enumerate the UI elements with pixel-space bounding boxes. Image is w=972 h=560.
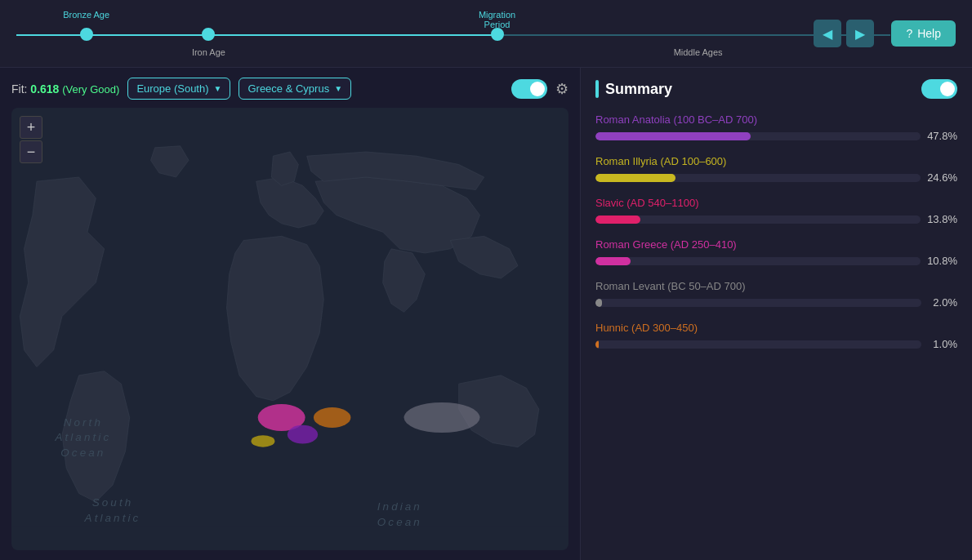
ancestry-bar-bg bbox=[595, 257, 921, 265]
ancestry-bar-bg bbox=[595, 340, 921, 349]
ancestry-bar-fill bbox=[595, 174, 675, 182]
ancestry-bar-row: 10.8% bbox=[595, 255, 957, 267]
right-panel: Summary Roman Anatolia (100 BC–AD 700)47… bbox=[580, 68, 972, 560]
roman-levant-blob bbox=[404, 402, 480, 433]
ancestry-label: Hunnic (AD 300–450) bbox=[595, 322, 957, 334]
ancestry-bar-bg bbox=[595, 174, 921, 182]
ancestry-item: Roman Anatolia (100 BC–AD 700)47.8% bbox=[595, 113, 957, 142]
ancestry-bar-row: 24.6% bbox=[595, 171, 957, 184]
population-dropdown[interactable]: Greece & Cyprus ▼ bbox=[239, 78, 351, 100]
iron-age-label: Iron Age bbox=[192, 47, 225, 57]
summary-toggle[interactable] bbox=[921, 79, 957, 99]
zoom-in-button[interactable]: + bbox=[20, 116, 42, 139]
ancestry-label: Roman Greece (AD 250–410) bbox=[595, 238, 957, 251]
ancestry-bar-row: 1.0% bbox=[595, 338, 957, 350]
ancestry-label: Roman Anatolia (100 BC–AD 700) bbox=[595, 113, 957, 126]
north-atlantic-label3: Ocean bbox=[60, 447, 105, 459]
fit-quality: (Very Good) bbox=[62, 83, 119, 96]
timeline-bar: Bronze Age Iron Age MigrationPeriod Midd… bbox=[0, 0, 972, 68]
world-map-svg: North Atlantic Ocean South Atlantic Indi… bbox=[11, 108, 568, 550]
ancestry-bar-fill bbox=[595, 257, 631, 265]
main-toggle[interactable] bbox=[511, 79, 547, 99]
ancestry-pct: 47.8% bbox=[927, 130, 957, 142]
timeline-track: Bronze Age Iron Age MigrationPeriod Midd… bbox=[16, 10, 890, 59]
ancestry-item: Hunnic (AD 300–450)1.0% bbox=[595, 322, 957, 350]
map-zoom-controls: + − bbox=[20, 116, 42, 163]
summary-header: Summary bbox=[595, 79, 957, 99]
ancestry-item: Roman Greece (AD 250–410)10.8% bbox=[595, 238, 957, 267]
fit-value: 0.618 bbox=[30, 82, 59, 96]
region-dropdown[interactable]: Europe (South) ▼ bbox=[127, 78, 230, 100]
ancestry-bar-row: 2.0% bbox=[595, 296, 957, 309]
ancestry-bar-fill bbox=[595, 340, 599, 349]
middle-ages-label: Middle Ages bbox=[674, 47, 723, 57]
roman-anatolia-blob bbox=[288, 425, 318, 444]
help-label: Help bbox=[917, 27, 941, 40]
ancestry-label: Roman Illyria (AD 100–600) bbox=[595, 155, 957, 167]
ancestry-item: Roman Illyria (AD 100–600)24.6% bbox=[595, 155, 957, 184]
ancestry-bar-bg bbox=[595, 216, 921, 224]
population-dropdown-label: Greece & Cyprus bbox=[247, 82, 329, 95]
map-container: + − bbox=[11, 108, 568, 550]
summary-title-bar bbox=[595, 80, 599, 98]
bronze-age-label: Bronze Age bbox=[63, 10, 109, 20]
help-button[interactable]: ? Help bbox=[891, 20, 956, 47]
south-atlantic-label: South bbox=[92, 496, 134, 509]
timeline-dot-bronze[interactable] bbox=[80, 28, 93, 41]
help-icon: ? bbox=[906, 27, 912, 40]
ancestry-bar-fill bbox=[595, 216, 640, 224]
migration-period-label: MigrationPeriod bbox=[479, 10, 515, 29]
ancestry-item: Slavic (AD 540–1100)13.8% bbox=[595, 197, 957, 225]
orange-blob bbox=[314, 407, 350, 428]
summary-title: Summary bbox=[595, 80, 672, 98]
ancestry-bar-fill bbox=[595, 299, 602, 307]
ancestry-bar-row: 47.8% bbox=[595, 130, 957, 142]
gear-icon[interactable]: ⚙ bbox=[555, 80, 568, 98]
fit-label: Fit: 0.618 (Very Good) bbox=[11, 82, 119, 96]
indian-ocean-label: Indian bbox=[377, 500, 422, 513]
left-panel: Fit: 0.618 (Very Good) Europe (South) ▼ … bbox=[0, 68, 580, 560]
roman-illyria-blob bbox=[251, 435, 274, 447]
timeline-dot-iron[interactable] bbox=[202, 28, 215, 41]
south-atlantic-label2: Atlantic bbox=[84, 512, 141, 524]
ancestry-item: Roman Levant (BC 50–AD 700)2.0% bbox=[595, 280, 957, 309]
next-button[interactable]: ▶ bbox=[846, 20, 874, 47]
controls-row: Fit: 0.618 (Very Good) Europe (South) ▼ … bbox=[11, 78, 568, 100]
north-atlantic-label2: Atlantic bbox=[54, 431, 111, 443]
timeline-dot-migration[interactable] bbox=[491, 28, 504, 41]
ancestry-bar-fill bbox=[595, 132, 751, 140]
ancestry-list: Roman Anatolia (100 BC–AD 700)47.8%Roman… bbox=[595, 113, 957, 363]
main-content: Fit: 0.618 (Very Good) Europe (South) ▼ … bbox=[0, 68, 972, 560]
ancestry-pct: 2.0% bbox=[928, 296, 957, 309]
ancestry-bar-bg bbox=[595, 132, 921, 140]
ancestry-label: Slavic (AD 540–1100) bbox=[595, 197, 957, 209]
ancestry-pct: 1.0% bbox=[928, 338, 957, 350]
nav-buttons: ◀ ▶ bbox=[814, 20, 874, 47]
ancestry-bar-row: 13.8% bbox=[595, 213, 957, 225]
region-dropdown-label: Europe (South) bbox=[136, 82, 208, 95]
population-dropdown-chevron: ▼ bbox=[334, 84, 342, 93]
prev-button[interactable]: ◀ bbox=[814, 20, 841, 47]
north-atlantic-label: North bbox=[64, 416, 103, 429]
ancestry-bar-bg bbox=[595, 299, 921, 307]
ancestry-pct: 10.8% bbox=[927, 255, 957, 267]
zoom-out-button[interactable]: − bbox=[20, 140, 42, 163]
ancestry-pct: 13.8% bbox=[927, 213, 957, 225]
ancestry-label: Roman Levant (BC 50–AD 700) bbox=[595, 280, 957, 292]
indian-ocean-label2: Ocean bbox=[377, 516, 422, 528]
ancestry-pct: 24.6% bbox=[927, 171, 957, 184]
region-dropdown-chevron: ▼ bbox=[214, 84, 222, 93]
